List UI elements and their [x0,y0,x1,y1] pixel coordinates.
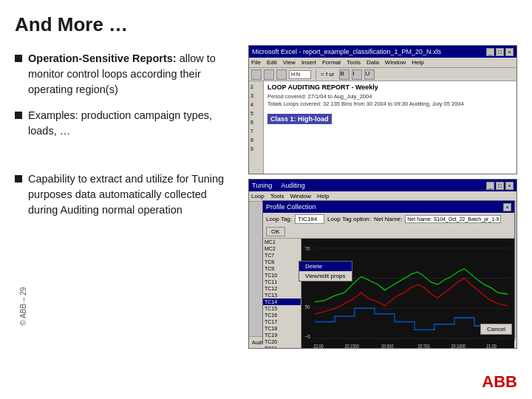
context-menu: Delete View/edit props [299,261,352,282]
slide-title: And More … [15,13,517,39]
menu-insert[interactable]: Insert [301,59,316,66]
cancel-btn-area: Cancel [480,321,512,335]
tag-name-field[interactable]: TIC184 [295,214,324,224]
menu-file[interactable]: File [251,59,261,66]
bullet-bold-1: Operation-Sensitive Reports: [28,52,177,64]
sidebar-tc16[interactable]: TC16 [263,312,301,318]
menu-help[interactable]: Help [412,59,423,66]
bullet-square-3 [15,175,22,183]
toolbar-btn-3[interactable] [276,69,287,80]
sidebar-tc9[interactable]: TC9 [263,265,301,272]
sidebar-mc1[interactable]: MC1 [263,239,301,245]
bottom-win-titlebar: Tuning Auditing _ □ × [249,180,516,191]
bottom-menu-window[interactable]: Window [290,193,310,200]
bottom-win-close[interactable]: × [505,182,514,190]
context-menu-viewprops[interactable]: View/edit props [299,271,352,281]
net-name-label: Net Name: [374,216,402,222]
menu-format[interactable]: Format [322,59,341,66]
inner-title: Profile Collection [266,203,502,211]
slide-container: And More … Operation-Sensitive Reports: … [0,0,532,399]
report-line-2: Totals Loops covered: 32 135 Bins from 3… [267,100,513,108]
bullet-text-2: Examples: production campaign types, loa… [28,108,236,139]
sidebar-tc10[interactable]: TC10 [263,272,301,279]
cell-ref[interactable]: H:N [289,70,311,79]
top-win-close[interactable]: × [505,48,514,56]
loop-option-label: Loop Tag option: [327,216,371,222]
profile-collection-dialog: Profile Collection × Loop Tag: TIC184 Lo… [262,200,515,341]
toolbar-btn-bold[interactable]: B [339,69,349,80]
menu-view[interactable]: View [283,59,296,66]
toolbar-btn-2[interactable] [264,69,274,80]
menu-edit[interactable]: Edit [267,59,277,66]
bottom-win-minimize[interactable]: _ [486,182,494,190]
sidebar-tc13[interactable]: TC13 [263,292,301,299]
loop-sidebar: MC1 MC2 TC7 TC8 TC9 TC10 TC11 TC12 TC13 … [263,239,301,349]
top-win-toolbar: H:N = f ur B I U [249,68,516,81]
screenshot-top: Microsoft Excel - report_example_classif… [248,45,517,174]
page-number: © ABB – 29 [19,287,27,326]
sidebar-mc2[interactable]: MC2 [263,245,301,252]
row-numbers: 2 3 4 5 6 7 8 9 [249,81,264,174]
inner-titlebar: Profile Collection × [263,201,514,213]
screenshot-bottom: Tuning Auditing _ □ × Loop Tools Window … [248,179,517,349]
sidebar-tc12[interactable]: TC12 [263,285,301,292]
bullet-item-1: Operation-Sensitive Reports: allow to mo… [15,51,236,98]
sidebar-tc8[interactable]: TC8 [263,259,301,265]
svg-text:21:00: 21:00 [486,344,497,348]
svg-text:~0: ~0 [305,334,310,340]
class-label: Class 1: High-load [267,114,332,124]
top-win-titlebar: Microsoft Excel - report_example_classif… [249,46,516,58]
sidebar-tc18[interactable]: TC18 [263,325,301,332]
inner-toolbar: Loop Tag: TIC184 Loop Tag option: Net Na… [263,213,514,239]
sidebar-tc21[interactable]: TC21 [263,345,301,349]
sidebar-tc17[interactable]: TC17 [263,318,301,325]
toolbar-btn-italic[interactable]: I [352,69,362,80]
sidebar-tc7[interactable]: TC7 [263,252,301,259]
sidebar-tc19[interactable]: TC19 [263,332,301,338]
excel-content: LOOP AUDITING REPORT - Weekly Period cov… [264,81,516,174]
top-win-content: 2 3 4 5 6 7 8 9 LOOP AUDITING REPORT - W… [249,81,516,174]
sidebar-tc14-selected[interactable]: TC14 [263,299,301,305]
loop-tag-label: Loop Tag: [266,216,292,222]
abb-logo: ABB [482,372,517,392]
inner-win-close[interactable]: × [503,203,511,211]
net-name-field[interactable]: Net Name: S104_Oct_22_Batch_pr_1-9 [405,215,501,223]
toolbar-btn-underline[interactable]: U [364,69,375,80]
toolbar-formula: = f ur [321,71,334,78]
menu-window[interactable]: Window [385,59,406,66]
left-content: Operation-Sensitive Reports: allow to mo… [15,51,236,349]
top-win-maximize[interactable]: □ [496,48,504,56]
toolbar-btn-1[interactable] [251,69,262,80]
sidebar-tc11[interactable]: TC11 [263,279,301,285]
report-line-1: Period covered: 27/1/04 to Aug_July_2004 [267,93,513,100]
sidebar-tc15[interactable]: TC15 [263,305,301,312]
svg-text:20:1800: 20:1800 [451,344,466,348]
sidebar-tc20[interactable]: TC20 [263,338,301,345]
context-menu-delete[interactable]: Delete [299,262,352,271]
top-win-minimize[interactable]: _ [486,48,494,56]
chart-line-blue [315,308,508,330]
bottom-win-title: Tuning Auditing [252,182,485,189]
svg-text:50: 50 [305,304,310,310]
ok-button[interactable]: OK [266,227,285,236]
bullet-square-2 [15,112,22,119]
svg-text:20:1500: 20:1500 [345,344,360,348]
bottom-menu-loop[interactable]: Loop [251,193,265,200]
toolbar-divider [316,69,316,80]
bullet-item-3: Capability to extract and utilize for Tu… [15,171,236,218]
svg-text:20:600: 20:600 [381,344,394,348]
bottom-menu-help[interactable]: Help [317,193,329,200]
top-win-title: Microsoft Excel - report_example_classif… [252,48,485,55]
svg-text:20:701: 20:701 [418,344,430,348]
cancel-button[interactable]: Cancel [480,324,512,335]
bullet-square-1 [15,55,22,62]
bullet-text-3: Capability to extract and utilize for Tu… [28,171,236,218]
bottom-win-maximize[interactable]: □ [496,182,504,190]
bullet-text-1: Operation-Sensitive Reports: allow to mo… [28,51,236,98]
bottom-menu-tools[interactable]: Tools [270,193,284,200]
report-title: LOOP AUDITING REPORT - Weekly [267,83,513,91]
top-win-menubar: File Edit View Insert Format Tools Data … [249,58,516,68]
menu-data[interactable]: Data [366,59,379,66]
svg-text:70: 70 [305,246,310,252]
menu-tools[interactable]: Tools [347,59,361,66]
